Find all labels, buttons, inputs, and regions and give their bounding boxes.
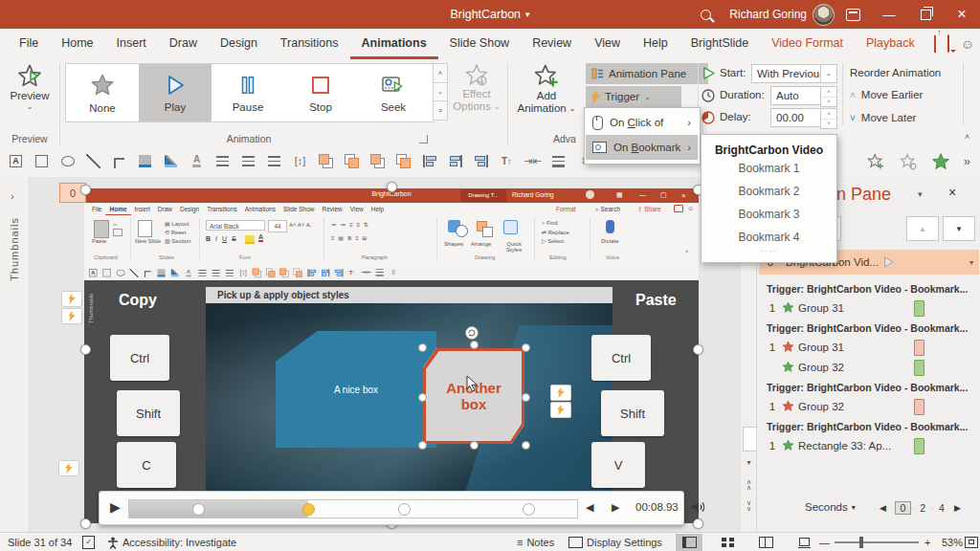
zoom-slider-thumb[interactable]	[859, 537, 863, 548]
zoom-slider[interactable]	[835, 533, 919, 551]
preview-button[interactable]: Preview ⌄	[4, 63, 56, 111]
collapse-ribbon-icon[interactable]: ˄	[965, 132, 969, 142]
tab-review[interactable]: Review	[521, 29, 583, 59]
trigger-header[interactable]: Trigger: BrightCarbon Video - Bookmark..…	[759, 318, 979, 337]
pane-item-group-32[interactable]: 1Group 32	[759, 396, 979, 416]
menu-item-on-click-of[interactable]: On Click of›	[586, 110, 698, 135]
submenu-item-bookmark-4[interactable]: Bookmark 4	[702, 226, 836, 249]
qat-distribute-horizontal-icon[interactable]: ⇥⇤	[524, 153, 541, 169]
qat-font-color-icon[interactable]: A	[189, 153, 205, 169]
next-slide-button[interactable]: ∨∨	[742, 500, 756, 512]
timeline-tick-0[interactable]: 0	[895, 501, 911, 515]
submenu-item-bookmark-2[interactable]: Bookmark 2	[702, 180, 836, 203]
tab-design[interactable]: Design	[209, 29, 269, 59]
reading-view-button[interactable]	[752, 534, 779, 551]
move-later-button[interactable]: ˅Move Later	[850, 112, 916, 123]
scroll-down-icon[interactable]: ▼	[742, 459, 756, 466]
qat-animation-styles-icon[interactable]	[899, 152, 918, 171]
qat-bring-forward-icon[interactable]	[318, 153, 334, 169]
start-select-arrow[interactable]: ⌄	[820, 64, 837, 83]
delay-input[interactable]: 00.00	[770, 108, 825, 127]
timeline-unit-dropdown[interactable]: Seconds▾	[805, 501, 856, 513]
shape-selection-handle[interactable]	[522, 441, 530, 450]
animation-dialog-launcher[interactable]	[419, 135, 428, 143]
zoom-out-button[interactable]: —	[819, 533, 830, 551]
menu-item-on-bookmark[interactable]: On Bookmark›	[586, 135, 698, 160]
qat-rectangle-icon[interactable]	[33, 153, 50, 169]
trigger-badge-icon[interactable]	[58, 460, 79, 476]
trigger-header[interactable]: Trigger: BrightCarbon Video - Bookmark..…	[759, 377, 979, 396]
move-down-button[interactable]: ▼	[943, 216, 975, 241]
submenu-item-bookmark-1[interactable]: Bookmark 1	[702, 157, 836, 180]
shape-selection-handle[interactable]	[522, 393, 530, 402]
gallery-item-none[interactable]: None	[66, 64, 139, 121]
selection-handle[interactable]	[693, 518, 703, 529]
pane-item-group-31[interactable]: 1Group 31	[759, 337, 979, 357]
qat-align-objects-right-icon[interactable]	[473, 153, 489, 169]
tab-playback[interactable]: Playback	[855, 29, 926, 59]
qat-align-left-icon[interactable]	[214, 153, 231, 169]
pane-close-icon[interactable]: ×	[948, 185, 956, 200]
selection-handle[interactable]	[80, 185, 91, 195]
qat-send-to-back-icon[interactable]	[395, 153, 412, 169]
qat-text-box-icon[interactable]: A	[8, 153, 24, 169]
gallery-item-pause[interactable]: Pause	[212, 64, 284, 121]
qat-align-right-icon[interactable]	[266, 153, 282, 169]
timeline-right-icon[interactable]: ▶	[954, 503, 961, 513]
tab-draw[interactable]: Draw	[158, 29, 209, 59]
duration-spinner[interactable]: ˄˅	[820, 86, 837, 107]
pane-options-icon[interactable]: ▾	[918, 189, 923, 199]
scrollbar-thumb[interactable]	[743, 427, 757, 452]
feedback-smiley-icon[interactable]: ☺	[961, 36, 974, 52]
qat-preview-animation-icon[interactable]	[931, 152, 950, 171]
previous-slide-button[interactable]: ∧∧	[742, 479, 756, 491]
slide-sorter-view-button[interactable]	[714, 534, 741, 551]
tab-help[interactable]: Help	[632, 29, 679, 59]
delay-spinner[interactable]: ˄˅	[820, 108, 837, 129]
user-avatar[interactable]	[813, 4, 835, 26]
normal-view-button[interactable]	[676, 534, 702, 551]
expand-thumbnails-icon[interactable]: ›	[11, 190, 14, 202]
shape-selection-handle[interactable]	[522, 343, 530, 352]
display-settings-button[interactable]: Display Settings	[568, 533, 662, 551]
qat-oval-icon[interactable]	[59, 153, 76, 169]
tab-insert[interactable]: Insert	[105, 29, 158, 59]
slide-video-frame[interactable]: BrightCarbon Drawing T... Richard Goring…	[84, 188, 699, 523]
pane-item-rectangle-33-ap-[interactable]: 1Rectangle 33: Ap...	[759, 435, 979, 455]
title-dropdown-icon[interactable]: ▾	[525, 10, 530, 19]
qat-align-objects-center-icon[interactable]	[447, 153, 463, 169]
restore-button[interactable]	[907, 0, 944, 29]
shape-selection-handle[interactable]	[418, 393, 427, 402]
submenu-scroll-indicator[interactable]: ····	[702, 249, 836, 254]
spell-check-icon[interactable]: ✓	[82, 533, 95, 551]
gallery-item-play[interactable]: Play	[139, 64, 212, 121]
video-bookmark-4[interactable]	[523, 503, 535, 516]
qat-add-animation-icon[interactable]	[866, 152, 885, 171]
qat-rotate-text-icon[interactable]: T↑	[499, 153, 515, 169]
duration-input[interactable]: Auto	[770, 86, 825, 105]
tab-slide-show[interactable]: Slide Show	[438, 29, 522, 59]
qat-align-objects-left-icon[interactable]	[421, 153, 437, 169]
shape-selection-handle[interactable]	[470, 341, 479, 349]
shape-selection-handle[interactable]	[470, 441, 479, 450]
video-progress-track[interactable]	[128, 499, 578, 518]
animation-pane-button[interactable]: Animation Pane	[586, 63, 708, 84]
selection-handle[interactable]	[693, 344, 703, 355]
tab-view[interactable]: View	[583, 29, 632, 59]
pane-item-group-32[interactable]: Group 32	[759, 357, 979, 377]
qat-align-bottom-icon[interactable]	[550, 153, 567, 169]
video-bookmark-2[interactable]	[302, 503, 315, 516]
qat-overflow-icon[interactable]: »	[964, 154, 970, 168]
video-next-frame-button[interactable]: ▶	[612, 501, 619, 514]
minimize-button[interactable]: —	[871, 0, 907, 29]
selection-handle[interactable]	[80, 518, 91, 529]
notes-button[interactable]: ≡ Notes	[517, 533, 554, 551]
tab-file[interactable]: File	[8, 29, 50, 59]
qat-bring-to-front-icon[interactable]	[369, 153, 386, 169]
user-name[interactable]: Richard Goring	[729, 8, 807, 21]
timeline-tick-2[interactable]: 2	[916, 502, 930, 514]
qat-autofit-icon[interactable]: [↕]	[292, 153, 308, 169]
submenu-item-bookmark-3[interactable]: Bookmark 3	[702, 203, 836, 226]
trigger-header[interactable]: Trigger: BrightCarbon Video - Bookmark..…	[759, 278, 979, 298]
video-volume-icon[interactable]	[691, 500, 706, 514]
